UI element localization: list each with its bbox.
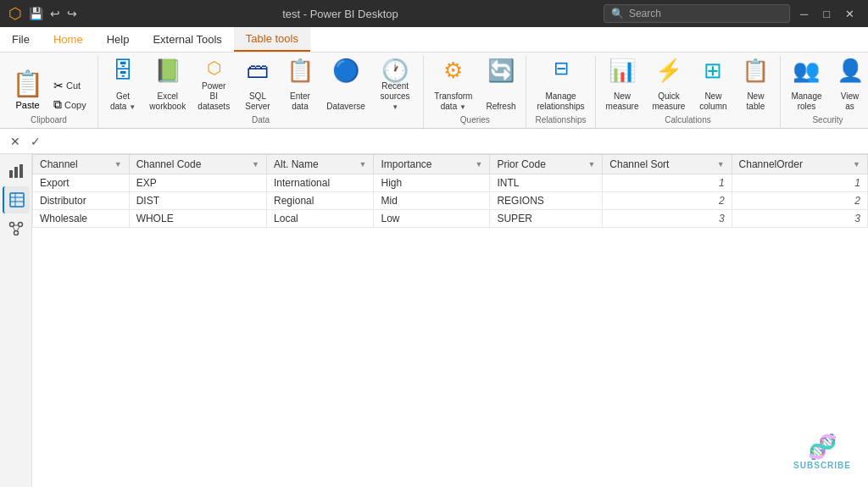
enter-data-icon: 📋 xyxy=(287,59,314,81)
powerbi-icon: ⬡ xyxy=(207,59,221,76)
sidebar-icon-table[interactable] xyxy=(3,186,30,213)
svg-point-7 xyxy=(9,223,14,227)
paste-label: Paste xyxy=(15,100,39,110)
power-bi-datasets-button[interactable]: ⬡ Power BIdatasets xyxy=(193,56,235,113)
manage-relationships-icon: ⊟ xyxy=(554,59,569,78)
formula-actions: ✕ ✓ xyxy=(7,133,44,150)
get-data-button[interactable]: 🗄 Getdata ▼ xyxy=(103,56,142,113)
menu-home[interactable]: Home xyxy=(42,27,95,52)
svg-rect-3 xyxy=(10,193,24,207)
title-bar: ⬡ 💾 ↩ ↪ test - Power BI Desktop 🔍 Search… xyxy=(0,0,868,27)
get-data-label: Getdata ▼ xyxy=(110,91,136,112)
redo-icon[interactable]: ↪ xyxy=(67,7,77,20)
col-alt-name[interactable]: Alt. Name ▼ xyxy=(267,155,374,174)
col-channel-sort[interactable]: Channel Sort ▼ xyxy=(603,155,732,174)
new-table-icon: 📋 xyxy=(742,59,769,81)
app-title: test - Power BI Desktop xyxy=(77,8,604,20)
ribbon-group-security: 👥 Manageroles 👤 Viewas Security xyxy=(781,56,868,128)
enter-data-label: Enterdata xyxy=(290,91,310,112)
recent-sources-button[interactable]: 🕐 Recentsources ▼ xyxy=(372,56,418,113)
quick-measure-icon: ⚡ xyxy=(655,59,682,81)
refresh-label: Refresh xyxy=(486,102,515,112)
recent-sources-icon: 🕐 xyxy=(381,59,409,81)
queries-content: ⚙ Transformdata ▼ 🔄 Refresh xyxy=(429,56,520,113)
excel-workbook-button[interactable]: 📗 Excelworkbook xyxy=(146,56,190,113)
menu-table-tools[interactable]: Table tools xyxy=(234,27,310,52)
save-icon[interactable]: 💾 xyxy=(29,7,43,20)
calculations-group-label: Calculations xyxy=(601,113,776,128)
paste-button[interactable]: 📋 Paste xyxy=(5,65,50,113)
minimize-button[interactable]: ─ xyxy=(795,6,813,22)
transform-label: Transformdata ▼ xyxy=(434,91,472,112)
col-channel[interactable]: Channel ▼ xyxy=(33,155,130,174)
sql-label: SQLServer xyxy=(245,91,270,112)
svg-line-11 xyxy=(13,226,15,231)
subscribe-watermark: 🧬 SUBSCRIBE xyxy=(793,433,851,470)
new-column-label: Newcolumn xyxy=(699,91,726,112)
close-button[interactable]: ✕ xyxy=(840,6,860,22)
subscribe-icon: 🧬 xyxy=(808,433,837,461)
search-box[interactable]: 🔍 Search xyxy=(604,4,790,23)
sidebar-icon-model[interactable] xyxy=(3,215,30,242)
channel-sort-sort-icon: ▼ xyxy=(717,160,725,169)
manage-roles-icon: 👥 xyxy=(793,59,820,81)
undo-icon[interactable]: ↩ xyxy=(50,7,60,20)
copy-button[interactable]: ⧉ Copy xyxy=(50,96,92,113)
new-measure-label: Newmeasure xyxy=(606,91,639,112)
new-table-button[interactable]: 📋 Newtable xyxy=(736,56,775,113)
channel-code-sort-icon: ▼ xyxy=(252,160,259,169)
formula-confirm-button[interactable]: ✓ xyxy=(27,133,44,150)
menu-help[interactable]: Help xyxy=(95,27,142,52)
enter-data-button[interactable]: 📋 Enterdata xyxy=(281,56,320,113)
manage-roles-label: Manageroles xyxy=(791,91,821,112)
sql-server-button[interactable]: 🗃 SQLServer xyxy=(238,56,277,113)
subscribe-label: SUBSCRIBE xyxy=(793,461,851,470)
new-measure-button[interactable]: 📊 Newmeasure xyxy=(601,56,644,113)
col-prior-code[interactable]: Prior Code ▼ xyxy=(490,155,603,174)
menu-bar: File Home Help External Tools Table tool… xyxy=(0,27,868,53)
clipboard-content: 📋 Paste ✂ Cut ⧉ Copy xyxy=(5,56,92,113)
dataverse-label: Dataverse xyxy=(326,102,365,112)
quick-measure-label: Quickmeasure xyxy=(653,91,686,112)
sidebar-icon-report[interactable] xyxy=(3,158,30,185)
channel-order-sort-icon: ▼ xyxy=(853,160,860,169)
security-group-label: Security xyxy=(786,113,868,128)
relationships-group-label: Relationships xyxy=(531,113,589,128)
view-as-icon: 👤 xyxy=(837,59,864,81)
table-area: Channel ▼ Channel Code ▼ Alt. Name xyxy=(32,154,868,487)
manage-relationships-button[interactable]: ⊟ Managerelationships xyxy=(531,56,589,113)
table-row: ExportEXPInternationalHighINTL11 xyxy=(33,174,868,192)
manage-roles-button[interactable]: 👥 Manageroles xyxy=(786,56,826,113)
menu-external-tools[interactable]: External Tools xyxy=(141,27,233,52)
left-sidebar xyxy=(0,154,32,487)
menu-file[interactable]: File xyxy=(0,27,42,52)
ribbon-group-relationships: ⊟ Managerelationships Relationships xyxy=(526,56,595,128)
dataverse-button[interactable]: 🔵 Dataverse xyxy=(323,56,369,113)
svg-rect-2 xyxy=(19,164,23,178)
get-data-icon: 🗄 xyxy=(112,59,134,81)
ribbon-group-queries: ⚙ Transformdata ▼ 🔄 Refresh Queries xyxy=(424,56,526,128)
data-content: 🗄 Getdata ▼ 📗 Excelworkbook ⬡ Power BIda… xyxy=(103,56,418,113)
formula-input[interactable] xyxy=(49,136,861,147)
channel-sort-icon: ▼ xyxy=(114,160,122,169)
transform-data-button[interactable]: ⚙ Transformdata ▼ xyxy=(429,56,477,113)
quick-measure-button[interactable]: ⚡ Quickmeasure xyxy=(648,56,691,113)
new-column-icon: ⊞ xyxy=(704,59,722,81)
app-icon: ⬡ xyxy=(8,4,22,23)
col-channel-order[interactable]: ChannelOrder ▼ xyxy=(732,155,867,174)
table-row: DistributorDISTRegionalMidREGIONS22 xyxy=(33,192,868,210)
svg-point-8 xyxy=(18,223,22,227)
svg-point-9 xyxy=(14,231,18,235)
formula-cancel-button[interactable]: ✕ xyxy=(7,133,24,150)
title-bar-left: ⬡ 💾 ↩ ↪ xyxy=(8,4,77,23)
alt-name-sort-icon: ▼ xyxy=(359,160,367,169)
new-column-button[interactable]: ⊞ Newcolumn xyxy=(693,56,732,113)
ribbon-group-data: 🗄 Getdata ▼ 📗 Excelworkbook ⬡ Power BIda… xyxy=(98,56,424,128)
cut-button[interactable]: ✂ Cut xyxy=(50,77,92,94)
col-importance[interactable]: Importance ▼ xyxy=(374,155,490,174)
view-as-button[interactable]: 👤 Viewas xyxy=(831,56,868,113)
data-group-label: Data xyxy=(103,113,418,128)
maximize-button[interactable]: □ xyxy=(818,6,835,22)
refresh-button[interactable]: 🔄 Refresh xyxy=(481,56,520,113)
col-channel-code[interactable]: Channel Code ▼ xyxy=(129,155,266,174)
